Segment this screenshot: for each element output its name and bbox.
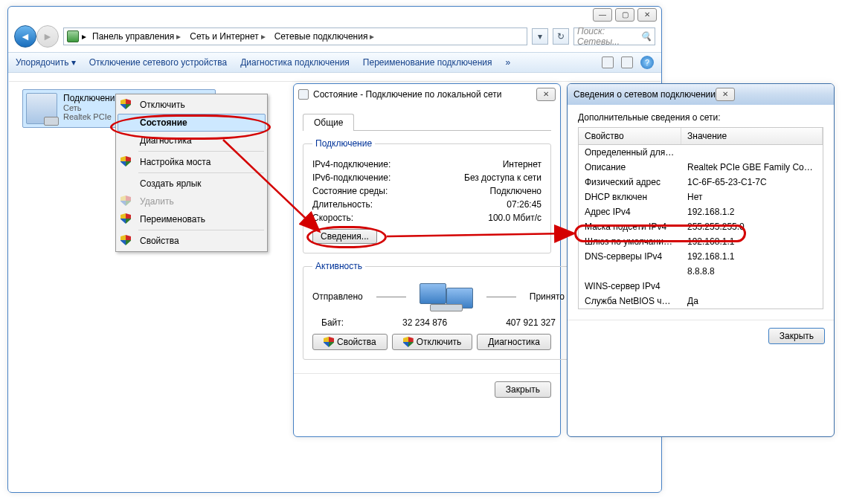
menu-disconnect[interactable]: Отключить [118,96,266,114]
table-row: Шлюз по умолчанию IP...192.168.1.1 [579,234,823,249]
activity-group: Активность Отправлено Принято Байт: 32 2… [303,261,574,360]
menu-bridge[interactable]: Настройка моста [118,153,266,171]
network-icon [298,89,309,100]
connection-group: Подключение IPv4-подключение:Интернет IP… [303,138,551,253]
table-row: Маска подсети IPv4255.255.255.0 [579,219,823,234]
shield-icon [324,337,334,347]
close-button[interactable]: ✕ [637,8,657,22]
diagnose-button[interactable]: Диагностика [477,334,551,350]
shield-icon [120,235,131,245]
dialog-title: Сведения о сетевом подключении [573,89,716,100]
minimize-button[interactable]: — [593,8,612,22]
menu-shortcut[interactable]: Создать ярлык [118,175,266,193]
address-dropdown-button[interactable]: ▾ [532,28,548,45]
maximize-button[interactable]: ▢ [615,8,634,22]
network-adapter-icon [26,93,57,124]
control-panel-icon [67,30,79,42]
close-button[interactable]: Закрыть [768,328,825,344]
menu-properties[interactable]: Свойства [118,232,266,250]
menu-rename[interactable]: Переименовать [118,210,266,228]
breadcrumb[interactable]: Сетевые подключения▸ [271,30,378,43]
search-input[interactable]: Поиск: Сетевы... 🔍 [573,28,655,45]
status-dialog: Состояние - Подключение по локальной сет… [293,83,561,437]
details-dialog: Сведения о сетевом подключении ✕ Дополни… [567,83,835,437]
menu-delete: Удалить [118,193,266,210]
toolbar-overflow[interactable]: » [505,57,510,68]
column-value[interactable]: Значение [681,128,823,144]
dialog-title: Состояние - Подключение по локальной сет… [313,89,502,100]
disable-button[interactable]: Отключить [392,334,473,350]
view-options-button[interactable] [602,56,614,68]
details-button[interactable]: Сведения... [312,229,377,244]
window-controls: — ▢ ✕ [593,8,657,22]
table-row: Адрес IPv4192.168.1.2 [579,204,823,219]
help-icon[interactable]: ? [640,56,654,69]
preview-pane-button[interactable] [621,56,633,68]
table-row: ОписаниеRealtek PCIe GBE Family Controll… [579,160,823,175]
details-label: Дополнительные сведения о сети: [578,112,823,123]
toolbar: Упорядочить ▾ Отключение сетевого устрой… [8,52,661,73]
nav-forward-button[interactable]: ► [36,25,59,48]
breadcrumb[interactable]: Сеть и Интернет▸ [187,30,268,43]
close-button[interactable]: ✕ [536,88,556,101]
close-button[interactable]: ✕ [716,88,735,101]
table-row: DNS-серверы IPv4192.168.1.1 [579,249,823,264]
refresh-button[interactable]: ↻ [553,28,569,45]
activity-icon [420,283,473,310]
menu-status[interactable]: Состояние [118,114,266,132]
details-table: Свойство Значение Определенный для по...… [578,127,823,309]
column-property[interactable]: Свойство [579,128,681,144]
table-row: Определенный для по... [579,145,823,160]
address-bar[interactable]: ▸ Панель управления▸ Сеть и Интернет▸ Се… [63,28,527,45]
table-row: DHCP включенНет [579,190,823,204]
table-row: Служба NetBIOS через...Да [579,294,823,308]
close-button[interactable]: Закрыть [495,381,551,398]
shield-icon [120,156,131,167]
breadcrumb[interactable]: Панель управления▸ [89,30,184,43]
shield-icon [120,99,131,109]
shield-icon [403,337,414,347]
organize-menu[interactable]: Упорядочить ▾ [16,57,76,68]
tab-general[interactable]: Общие [303,114,354,131]
table-row: Физический адрес1C-6F-65-23-C1-7C [579,175,823,190]
rename-button[interactable]: Переименование подключения [363,57,492,68]
properties-button[interactable]: Свойства [312,334,388,350]
menu-diagnose[interactable]: Диагностика [118,132,266,149]
table-row: 8.8.8.8 [579,264,823,279]
search-icon: 🔍 [640,31,652,42]
diagnose-button[interactable]: Диагностика подключения [240,57,350,68]
context-menu: Отключить Состояние Диагностика Настройк… [115,94,268,252]
shield-icon [120,213,131,224]
disable-device-button[interactable]: Отключение сетевого устройства [89,57,227,68]
nav-back-button[interactable]: ◄ [14,25,36,48]
shield-icon [120,196,131,206]
table-row: WINS-сервер IPv4 [579,279,823,294]
